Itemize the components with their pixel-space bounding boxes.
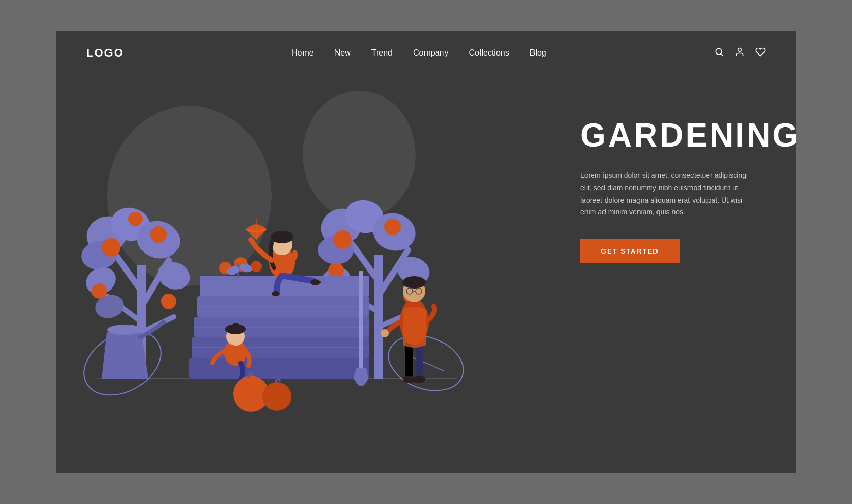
nav-home[interactable]: Home <box>292 48 314 57</box>
svg-point-69 <box>262 382 291 411</box>
svg-point-67 <box>232 323 240 331</box>
user-icon[interactable] <box>735 47 745 60</box>
svg-point-59 <box>271 231 293 243</box>
nav-links: Home New Trend Company Collections Blog <box>292 48 546 58</box>
search-icon[interactable] <box>714 47 724 60</box>
svg-point-60 <box>310 279 321 285</box>
gardening-svg <box>56 75 477 435</box>
illustration <box>56 75 477 466</box>
hero-title: GARDENING <box>580 116 755 154</box>
svg-point-76 <box>402 276 426 289</box>
get-started-button[interactable]: GET STARTED <box>580 239 680 263</box>
heart-icon[interactable] <box>755 47 766 60</box>
svg-point-33 <box>384 219 401 235</box>
svg-line-39 <box>408 355 444 371</box>
nav-icons <box>714 47 766 60</box>
page-wrapper: LOGO Home New Trend Company Collections … <box>56 31 796 473</box>
svg-point-17 <box>150 226 167 243</box>
right-content: GARDENING Lorem ipsum dolor sit amet, co… <box>580 116 755 263</box>
hero-description: Lorem ipsum dolor sit amet, consectetuer… <box>580 170 755 219</box>
svg-rect-71 <box>416 343 423 379</box>
nav-new[interactable]: New <box>334 48 351 57</box>
svg-point-16 <box>102 238 120 257</box>
svg-point-73 <box>413 376 425 383</box>
svg-rect-45 <box>189 358 369 379</box>
svg-point-19 <box>161 294 176 309</box>
nav-trend[interactable]: Trend <box>371 48 393 57</box>
svg-point-14 <box>154 258 194 294</box>
svg-point-52 <box>251 261 262 272</box>
nav-blog[interactable]: Blog <box>530 48 546 57</box>
svg-rect-56 <box>359 271 363 379</box>
svg-line-1 <box>721 53 723 56</box>
svg-point-61 <box>272 291 280 296</box>
nav-collections[interactable]: Collections <box>469 48 509 57</box>
svg-point-20 <box>128 212 143 226</box>
svg-point-32 <box>333 230 352 249</box>
main-content: GARDENING Lorem ipsum dolor sit amet, co… <box>56 75 796 466</box>
svg-point-18 <box>92 283 107 299</box>
svg-point-2 <box>738 48 742 51</box>
navbar: LOGO Home New Trend Company Collections … <box>56 31 796 75</box>
logo: LOGO <box>86 46 124 60</box>
nav-company[interactable]: Company <box>413 48 448 57</box>
svg-rect-70 <box>405 343 413 379</box>
svg-point-0 <box>716 48 722 55</box>
svg-point-80 <box>381 329 389 337</box>
svg-point-40 <box>107 325 143 335</box>
